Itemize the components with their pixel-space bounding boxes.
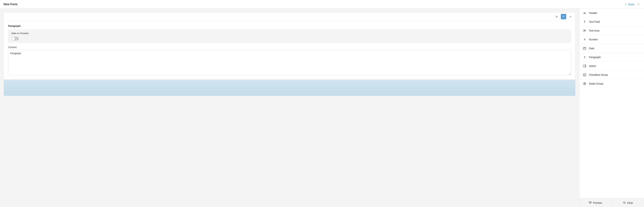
svg-point-11	[584, 83, 585, 84]
paragraph-icon: ¶	[583, 55, 586, 59]
svg-rect-2	[583, 31, 585, 31]
hide-preview-toggle[interactable]	[11, 37, 19, 40]
header-icon: H	[583, 11, 586, 15]
sidebar-item-radio-group[interactable]: Radio Group	[579, 79, 644, 88]
sidebar: H Header T Text Field Text Area	[579, 9, 644, 207]
blue-area	[4, 79, 575, 96]
svg-point-13	[590, 202, 590, 203]
delete-button[interactable]: ⊗	[568, 14, 573, 19]
hide-preview-label: Hide on Preview:	[11, 32, 568, 35]
top-bar-actions: ✓ Save ×	[625, 2, 640, 6]
content-textarea[interactable]: Paragraph	[8, 50, 571, 75]
sidebar-item-label-date: Date	[589, 47, 594, 50]
sidebar-footer: Preview Clear	[579, 198, 644, 207]
sidebar-item-label-text-field: Text Field	[589, 20, 600, 23]
sidebar-item-text-area[interactable]: Text Area	[579, 26, 644, 35]
sidebar-item-paragraph[interactable]: ¶ Paragraph	[579, 53, 644, 62]
content-label: Content:	[8, 46, 571, 48]
sidebar-item-checkbox-group[interactable]: Checkbox Group	[579, 70, 644, 79]
check-icon: ✓	[625, 3, 627, 6]
sidebar-item-label-radio-group: Radio Group	[589, 82, 603, 85]
sidebar-item-header[interactable]: H Header	[579, 9, 644, 17]
svg-rect-1	[583, 30, 586, 31]
text-area-icon	[583, 29, 586, 32]
sidebar-item-label-header: Header	[589, 11, 597, 14]
save-button[interactable]: ✓ Save	[625, 3, 634, 6]
clear-label: Clear	[627, 202, 633, 204]
page-title: New Form	[4, 3, 18, 6]
svg-rect-0	[583, 30, 586, 30]
text-field-icon: T	[583, 20, 586, 24]
hide-preview-section: Hide on Preview:	[8, 29, 571, 43]
number-icon: #	[583, 38, 586, 41]
preview-button[interactable]: Preview	[579, 199, 612, 207]
copy-button[interactable]: ⧉	[554, 14, 559, 19]
sidebar-item-label-select: Select	[589, 65, 596, 67]
sidebar-item-date[interactable]: Date	[579, 44, 644, 53]
copy-icon: ⧉	[556, 15, 558, 18]
date-icon	[583, 46, 586, 50]
form-card-body: Paragraph Hide on Preview: Content: Para…	[4, 21, 575, 79]
sidebar-items: H Header T Text Field Text Area	[579, 9, 644, 198]
sidebar-item-select[interactable]: Select	[579, 62, 644, 70]
clear-icon	[623, 201, 626, 205]
select-icon	[583, 64, 586, 68]
clear-button[interactable]: Clear	[612, 199, 644, 207]
edit-icon: ✎	[562, 15, 564, 18]
sidebar-item-label-paragraph: Paragraph	[589, 56, 601, 59]
content-area: ⧉ ✎ ⊗ Paragraph Hide on Preview: Cont	[0, 9, 579, 207]
sidebar-item-label-checkbox-group: Checkbox Group	[589, 73, 608, 76]
sidebar-item-number[interactable]: # Number	[579, 35, 644, 44]
main-layout: ⧉ ✎ ⊗ Paragraph Hide on Preview: Cont	[0, 9, 644, 207]
delete-icon: ⊗	[569, 15, 572, 18]
svg-rect-3	[583, 47, 586, 50]
close-button[interactable]: ×	[636, 2, 640, 6]
radio-icon	[583, 82, 586, 85]
top-bar: New Form ✓ Save ×	[0, 0, 644, 9]
field-label: Paragraph	[8, 24, 571, 27]
sidebar-item-label-number: Number	[589, 38, 598, 41]
preview-icon	[589, 201, 592, 205]
preview-label: Preview	[593, 202, 602, 204]
save-label: Save	[628, 3, 634, 6]
checkbox-icon	[583, 73, 586, 77]
edit-button[interactable]: ✎	[561, 14, 566, 19]
form-card-toolbar: ⧉ ✎ ⊗	[4, 12, 575, 21]
sidebar-item-label-text-area: Text Area	[589, 29, 600, 32]
sidebar-item-text-field[interactable]: T Text Field	[579, 17, 644, 26]
form-card: ⧉ ✎ ⊗ Paragraph Hide on Preview: Cont	[4, 12, 576, 96]
